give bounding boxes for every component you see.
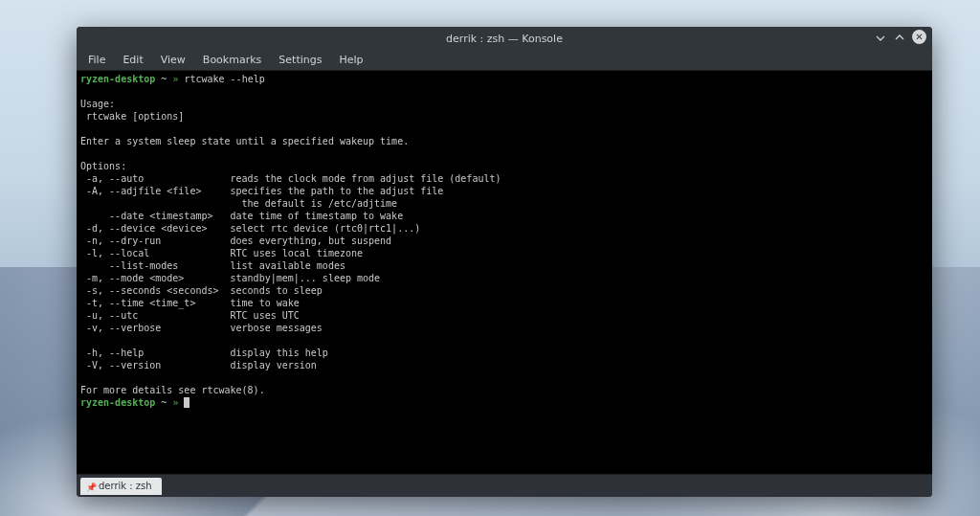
menu-file[interactable]: File	[80, 52, 113, 68]
window-controls: ✕	[874, 30, 926, 44]
prompt-cwd: ~	[161, 74, 167, 84]
out-l13: -n, --dry-run does everything, but suspe…	[80, 236, 391, 246]
out-l19: -u, --utc RTC uses UTC	[80, 310, 300, 321]
out-l07: Options:	[80, 161, 126, 171]
terminal-viewport[interactable]: ryzen-desktop ~ » rtcwake --help Usage: …	[77, 71, 932, 474]
prompt2-host: ryzen-desktop	[80, 397, 155, 408]
out-l09: -A, --adjfile <file> specifies the path …	[80, 186, 443, 196]
out-l14: -l, --local RTC uses local timezone	[80, 248, 363, 258]
menubar: File Edit View Bookmarks Settings Help	[77, 50, 932, 71]
menu-help[interactable]: Help	[331, 52, 370, 68]
tab-session[interactable]: 📌 derrik : zsh	[80, 478, 162, 495]
tab-label: derrik : zsh	[99, 481, 152, 491]
maximize-button[interactable]	[893, 31, 906, 44]
out-l10: the default is /etc/adjtime	[80, 198, 397, 209]
out-l02: Usage:	[80, 99, 115, 109]
prompt-host: ryzen-desktop	[80, 74, 155, 84]
out-l17: -s, --seconds <seconds> seconds to sleep	[80, 285, 323, 296]
close-button[interactable]: ✕	[912, 30, 926, 44]
out-l20: -v, --verbose verbose messages	[80, 323, 323, 333]
out-l18: -t, --time <time_t> time to wake	[80, 298, 300, 308]
out-l08: -a, --auto reads the clock mode from adj…	[80, 173, 501, 184]
pin-icon: 📌	[86, 482, 94, 490]
terminal-cursor	[184, 397, 189, 408]
konsole-window: derrik : zsh — Konsole ✕ File Edit View …	[77, 27, 932, 497]
prompt2-arrow: »	[172, 397, 178, 408]
tabbar: 📌 derrik : zsh	[77, 474, 932, 497]
minimize-button[interactable]	[874, 31, 887, 44]
menu-view[interactable]: View	[153, 52, 193, 68]
out-l05: Enter a system sleep state until a speci…	[80, 136, 409, 146]
prompt2-cwd: ~	[161, 397, 167, 408]
out-l22: -h, --help display this help	[80, 348, 328, 358]
titlebar[interactable]: derrik : zsh — Konsole ✕	[77, 27, 932, 50]
menu-settings[interactable]: Settings	[271, 52, 329, 68]
prompt-arrow: »	[172, 74, 178, 84]
out-l16: -m, --mode <mode> standby|mem|... sleep …	[80, 273, 380, 283]
menu-bookmarks[interactable]: Bookmarks	[195, 52, 269, 68]
out-l11: --date <timestamp> date time of timestam…	[80, 211, 403, 221]
prompt-command: rtcwake --help	[184, 74, 264, 84]
out-l15: --list-modes list available modes	[80, 260, 345, 271]
out-l23: -V, --version display version	[80, 360, 317, 370]
window-title: derrik : zsh — Konsole	[446, 33, 563, 45]
out-l12: -d, --device <device> select rtc device …	[80, 223, 420, 234]
out-l03: rtcwake [options]	[80, 111, 184, 122]
out-l25: For more details see rtcwake(8).	[80, 385, 265, 395]
menu-edit[interactable]: Edit	[115, 52, 150, 68]
